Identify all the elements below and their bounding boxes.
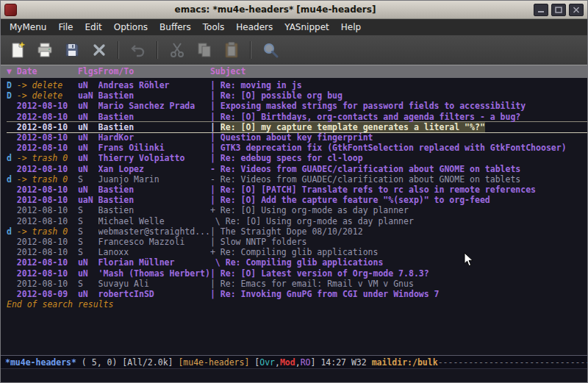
column-header-date[interactable]: ▼ Date: [7, 65, 78, 78]
message-row[interactable]: D-> deleteuaNBastien| Re: [O] possible o…: [7, 90, 587, 101]
print-button[interactable]: [34, 40, 55, 61]
row-flags: uN: [78, 143, 98, 153]
column-header-subject[interactable]: Subject: [210, 65, 587, 78]
close-button[interactable]: [88, 40, 110, 61]
thread-connector-icon: +: [210, 205, 220, 215]
paste-button[interactable]: [220, 40, 242, 61]
title-bar[interactable]: emacs: *mu4e-headers* [mu4e-headers]: [1, 1, 587, 19]
message-row[interactable]: 2012-08-10uNMario Sanchez Prada| Exposin…: [7, 101, 587, 111]
message-row[interactable]: d-> trash 0SJuanjo Marin- Re: Videos fro…: [7, 174, 587, 185]
modeline-position: ( 5, 0) [All/2.0k]: [76, 357, 178, 368]
modeline-bracket-open: [: [249, 357, 259, 368]
row-date: 2012-08-10: [17, 122, 78, 132]
window-title: emacs: *mu4e-headers* [mu4e-headers]: [21, 4, 530, 15]
minimize-button[interactable]: [534, 4, 548, 16]
modeline-clock: 14:27: [320, 357, 346, 368]
message-row[interactable]: 2012-08-10uNBastien| Re: [O] Birthdays, …: [7, 112, 587, 122]
modeline-major-mode: [mu4e-headers]: [178, 357, 249, 368]
window-menu-icon[interactable]: [4, 4, 17, 16]
menu-tools[interactable]: Tools: [197, 20, 231, 35]
row-mark: D: [7, 80, 17, 90]
message-row[interactable]: d-> trash 0uNThierry Volpiatto| Re: edeb…: [7, 153, 587, 163]
row-date: 2012-08-10: [17, 205, 78, 215]
menu-edit[interactable]: Edit: [79, 20, 108, 35]
emacs-window: emacs: *mu4e-headers* [mu4e-headers] MyM…: [0, 0, 588, 383]
row-flags: uN: [78, 153, 98, 163]
message-row[interactable]: 2012-08-10SBastien+ Re: [O] Using org-mo…: [7, 205, 587, 215]
row-date: 2012-08-10: [17, 247, 78, 257]
message-row[interactable]: 2012-08-10uNHardKor| Question about key …: [7, 132, 587, 143]
row-from: Suvayu Ali: [98, 279, 210, 289]
save-button[interactable]: [61, 40, 82, 61]
message-row[interactable]: 2012-08-10SLanoxx+ Re: Compiling glib ap…: [7, 247, 587, 257]
thread-connector-icon: |: [210, 132, 220, 143]
row-flags: uN: [78, 80, 98, 90]
row-subject: GTK3 deprecation fix (GtkFontSelection r…: [220, 143, 567, 153]
message-row[interactable]: 2012-08-10uNFrans Oilinki| GTK3 deprecat…: [7, 143, 587, 153]
row-flags: S: [78, 174, 98, 185]
message-row[interactable]: 2012-08-09uNrobertcInSD| Re: Invoking Gn…: [7, 289, 587, 299]
copy-icon: [196, 41, 213, 59]
row-date: 2012-08-10: [17, 132, 78, 143]
row-from: Florian Müllner: [98, 257, 210, 268]
row-subject: Slow NNTP folders: [220, 237, 307, 247]
message-row[interactable]: 2012-08-10uNBastien| Re: [O] [PATCH] Tra…: [7, 185, 587, 195]
row-subject: Re: edebug specs for cl-loop: [220, 153, 363, 163]
message-row[interactable]: 2012-08-10uaNBastien| Re: [O] Add the ca…: [7, 195, 587, 205]
modeline-buffer-name: *mu4e-headers*: [5, 357, 76, 368]
menu-headers[interactable]: Headers: [230, 20, 279, 35]
modeline-overwrite-flag: Ovr: [259, 357, 275, 368]
row-date: 2012-08-10: [17, 195, 78, 205]
row-flags: uN: [78, 132, 98, 143]
row-flags: S: [78, 205, 98, 215]
thread-connector-icon: |: [210, 153, 220, 163]
modeline-comma-1: ,: [275, 357, 280, 368]
message-row[interactable]: 2012-08-10SSuvayu Ali| Re: Emacs for ema…: [7, 279, 587, 289]
menu-mymenu[interactable]: MyMenu: [4, 20, 52, 35]
minibuffer[interactable]: [1, 369, 587, 382]
row-flags: uN: [78, 185, 98, 195]
row-subject: Re: Videos from GUADEC/clarification abo…: [220, 164, 521, 174]
maximize-button[interactable]: [551, 4, 566, 16]
copy-button[interactable]: [193, 40, 215, 61]
thread-connector-icon: |: [210, 268, 220, 279]
row-mark: [7, 216, 17, 226]
menu-options[interactable]: Options: [108, 20, 154, 35]
cut-button[interactable]: [166, 40, 187, 61]
message-row[interactable]: 2012-08-10uNBastien| Re: [O] my capture …: [7, 122, 587, 132]
modeline-maildir: maildir:/bulk: [372, 357, 438, 368]
menu-help[interactable]: Help: [335, 20, 367, 35]
menu-buffers[interactable]: Buffers: [154, 20, 197, 35]
thread-connector-icon: +: [210, 247, 220, 257]
row-mark: [7, 132, 17, 143]
message-row[interactable]: d-> trash 0Swebmaster@straightd...| The …: [7, 226, 587, 237]
menu-yasnippet[interactable]: YASnippet: [279, 20, 335, 35]
undo-button[interactable]: [127, 40, 148, 61]
row-subject: Re: Compiling glib applications: [226, 257, 384, 268]
row-subject: Exposing masked strings for password fie…: [220, 101, 526, 111]
message-row[interactable]: 2012-08-10uNXan Lopez- Re: Videos from G…: [7, 164, 587, 174]
new-file-button[interactable]: [7, 40, 28, 61]
row-flags: uN: [78, 164, 98, 174]
menu-file[interactable]: File: [52, 20, 79, 35]
row-mark: [7, 112, 17, 122]
row-flags: uN: [78, 289, 98, 299]
maximize-icon: [555, 7, 562, 13]
column-header-from[interactable]: From/To: [98, 65, 210, 78]
modeline-readonly-flag: RO: [301, 357, 311, 368]
modeline-comma-2: ,: [295, 357, 301, 368]
message-row[interactable]: 2012-08-10SMichael Welle \ Re: [O] Using…: [7, 216, 587, 226]
row-from: Bastien: [98, 112, 210, 122]
message-row[interactable]: 2012-08-10uN'Mash (Thomas Herbert)| Re: …: [7, 268, 587, 279]
row-from: Bastien: [98, 122, 210, 132]
column-header-flags[interactable]: Flgs: [78, 65, 98, 78]
message-row[interactable]: D-> deleteuNAndreas Röhler| Re: moving i…: [7, 80, 587, 90]
row-mark: [7, 289, 17, 299]
message-row[interactable]: 2012-08-10SFrancesco Mazzoli| Slow NNTP …: [7, 237, 587, 247]
row-mark: [7, 268, 17, 279]
row-from: Mario Sanchez Prada: [98, 101, 210, 111]
close-button[interactable]: [569, 4, 584, 16]
search-button[interactable]: [259, 40, 281, 61]
toolbar-separator: [250, 41, 251, 59]
message-row[interactable]: 2012-08-10uNFlorian Müllner \ Re: Compil…: [7, 257, 587, 268]
